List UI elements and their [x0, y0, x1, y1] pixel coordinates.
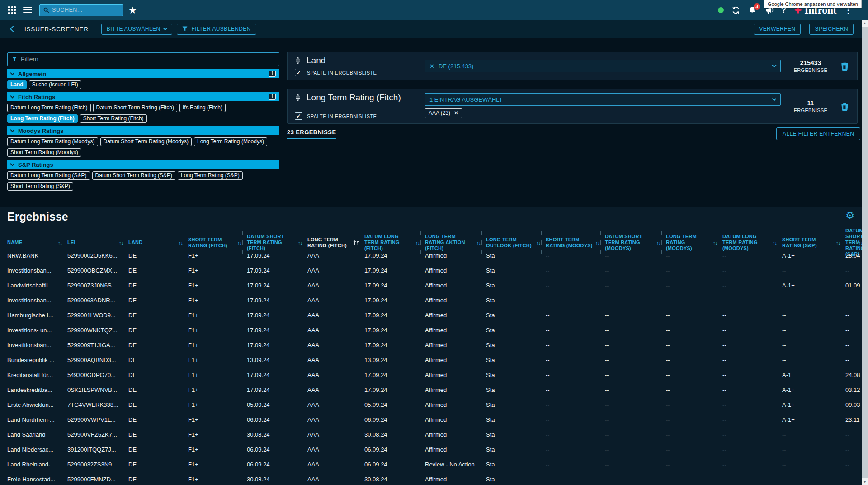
filter-chip[interactable]: Suche (Issuer, LEI) [29, 80, 81, 89]
table-row[interactable]: Land Niedersac...391200ITQQZ7J...DEF1+06… [7, 442, 862, 457]
column-in-results-label: SPALTE IN ERGEBNISLISTE [307, 113, 377, 119]
table-cell: -- [722, 372, 782, 378]
remove-tag-icon[interactable]: ✕ [454, 110, 458, 117]
favorite-star-icon[interactable]: ★ [128, 5, 137, 15]
filter-group-header[interactable]: Moodys Ratings [7, 126, 279, 135]
filter-group-header[interactable]: Fitch Ratings1 [7, 92, 279, 101]
filter-chip[interactable]: Datum Short Term Rating (S&P) [92, 171, 176, 180]
filter-chip[interactable]: Short Term Rating (Moodys) [7, 148, 81, 157]
hide-filters-button[interactable]: FILTER AUSBLENDEN [177, 24, 256, 35]
drag-handle-icon[interactable] [295, 57, 301, 64]
drag-handle-icon[interactable] [295, 94, 301, 101]
table-row[interactable]: Landeskreditba...0SK1ILSPWNVB...DEF1+17.… [7, 382, 862, 397]
scroll-down-arrow-icon[interactable]: ▼ [862, 479, 868, 485]
table-cell: -- [605, 476, 666, 483]
active-filter-card-ltr-fitch: Long Term Rating (Fitch) ✓ SPALTE IN ERG… [287, 89, 858, 124]
page-title: ISSUER-SCREENER [24, 26, 89, 33]
filter-title: Land [307, 56, 326, 66]
table-cell: AAA [307, 342, 364, 348]
table-row[interactable]: Erste Abwicklun...7TG4VWERK338...DEF1+05… [7, 397, 862, 412]
table-cell: Affirmed [425, 327, 486, 334]
remove-value-icon[interactable]: ✕ [429, 63, 434, 70]
scrollbar[interactable]: ▲ ▼ [862, 20, 868, 485]
filter-group-label: S&P Ratings [18, 161, 53, 168]
table-cell: -- [782, 431, 845, 438]
search-input[interactable] [52, 7, 125, 13]
apps-grid-icon[interactable] [8, 6, 16, 14]
filter-chip[interactable]: Long Term Rating (Moodys) [194, 137, 267, 146]
delete-filter-button[interactable] [832, 89, 857, 123]
clear-all-filters-button[interactable]: ALLE FILTER ENTFERNEN [776, 127, 860, 140]
table-row[interactable]: Landwirtschaftli...529900Z3J0N6S...DEF1+… [7, 278, 862, 293]
table-row[interactable]: Bundesrepublik ...529900AQBND3...DEF1+13… [7, 353, 862, 367]
save-button[interactable]: SPEICHERN [809, 24, 854, 35]
table-cell: -- [722, 431, 782, 438]
table-cell: 17.09.24 [247, 297, 307, 304]
table-cell: -- [605, 282, 666, 289]
rating-value-select[interactable]: 1 EINTRAG AUSGEWÄHLT [425, 93, 781, 106]
table-cell: AAA [307, 357, 364, 363]
table-cell: Affirmed [425, 431, 486, 438]
table-row[interactable]: Land Rheinland-...52990032ZS3N9...DEF1+0… [7, 457, 862, 472]
filter-chip[interactable]: Long Term Rating (S&P) [178, 171, 243, 180]
filter-chip[interactable]: Short Term Rating (S&P) [7, 182, 73, 191]
global-search[interactable] [39, 4, 123, 16]
selected-tag-aaa[interactable]: AAA (23) ✕ [425, 108, 462, 118]
column-in-results-checkbox[interactable]: ✓ [295, 69, 302, 76]
filter-chip[interactable]: Long Term Rating (Fitch) [7, 114, 78, 123]
table-cell: 529900VFZ6ZK7... [67, 431, 128, 438]
table-cell: -- [782, 446, 845, 453]
filter-chip[interactable]: Short Term Rating (Fitch) [80, 114, 147, 123]
filter-group: Allgemein1LandSuche (Issuer, LEI) [7, 69, 279, 89]
filter-chip[interactable]: Land [7, 80, 27, 89]
land-value-select[interactable]: ✕ DE (215.433) [425, 60, 781, 72]
delete-filter-button[interactable] [832, 52, 857, 80]
menu-icon[interactable] [23, 5, 32, 15]
table-row[interactable]: Investitionsban...52990063ADNR...DEF1+17… [7, 293, 862, 308]
table-cell: AAA [307, 252, 364, 259]
notifications-bell-icon[interactable]: 3 [748, 6, 757, 14]
table-row[interactable]: Investitions- un...529900WNKTQZ...DEF1+1… [7, 323, 862, 338]
table-cell: -- [722, 357, 782, 363]
table-row[interactable]: Land Saarland529900VFZ6ZK7...DEF1+30.08.… [7, 427, 862, 442]
refresh-icon[interactable] [731, 6, 740, 14]
table-cell: -- [666, 401, 722, 408]
table-cell: Affirmed [425, 342, 486, 348]
check-icon: ✓ [296, 113, 301, 119]
filter-chip[interactable]: Datum Short Term Rating (Fitch) [93, 104, 178, 112]
filter-chip[interactable]: Ifs Rating (Fitch) [179, 104, 226, 112]
table-cell: -- [666, 267, 722, 274]
table-row[interactable]: Kreditanstalt für...549300GDPG70...DEF1+… [7, 367, 862, 382]
scroll-up-arrow-icon[interactable]: ▲ [862, 20, 868, 26]
table-cell: 06.09.24 [364, 446, 425, 453]
table-row[interactable]: Land Nordrhein-...529900VWPV1L...DEF1+06… [7, 412, 862, 427]
table-row[interactable]: Freie Hansestad...5299000FMNZD...DEF1+30… [7, 472, 862, 485]
filter-group-header[interactable]: S&P Ratings [7, 160, 279, 169]
preset-select[interactable]: BITTE AUSWÄHLEN [101, 24, 173, 35]
filter-search-input[interactable] [21, 56, 275, 63]
table-row[interactable]: NRW.BANK52990002O5KK6...DEF1+17.09.24AAA… [7, 248, 862, 263]
filter-chip[interactable]: Datum Long Term Rating (Fitch) [7, 104, 91, 112]
table-cell: DE [128, 476, 188, 483]
filter-chip[interactable]: Datum Long Term Rating (Moodys) [7, 137, 98, 146]
table-cell: 17.09.24 [247, 282, 307, 289]
discard-button[interactable]: VERWERFEN [754, 24, 801, 35]
filter-search[interactable] [7, 52, 279, 66]
back-icon[interactable] [10, 26, 16, 32]
table-cell: -- [666, 357, 722, 363]
table-row[interactable]: Investitionsban...5299009T1JIGA...DEF1+1… [7, 338, 862, 353]
table-row[interactable]: Hamburgische I...5299001LWOD9...DEF1+17.… [7, 308, 862, 323]
table-row[interactable]: Investitionsban...529900OBCZMX...DEF1+17… [7, 263, 862, 278]
table-cell: -- [605, 357, 666, 363]
filter-chip[interactable]: Datum Short Term Rating (Moodys) [100, 137, 192, 146]
gear-icon[interactable]: ⚙ [845, 211, 854, 221]
table-cell: Sta [486, 446, 546, 453]
filter-chip[interactable]: Datum Long Term Rating (S&P) [7, 171, 90, 180]
column-in-results-checkbox[interactable]: ✓ [295, 112, 302, 120]
scrollbar-thumb[interactable] [862, 27, 868, 478]
hide-filters-label: FILTER AUSBLENDEN [191, 26, 250, 32]
filter-group-header[interactable]: Allgemein1 [7, 69, 279, 78]
result-count-number: 215433 [800, 59, 821, 66]
table-cell: F1+ [188, 252, 247, 259]
table-cell: -- [605, 372, 666, 378]
